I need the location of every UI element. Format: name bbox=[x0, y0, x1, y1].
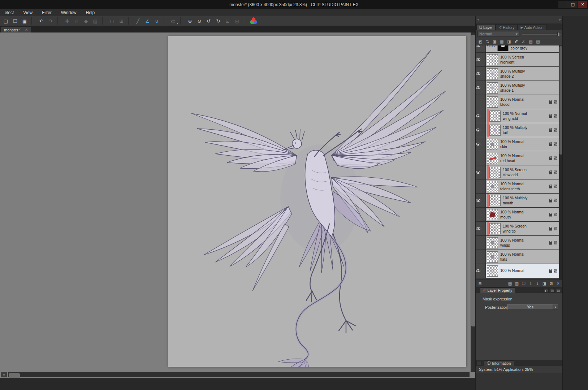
layer-visibility-toggle[interactable] bbox=[476, 165, 481, 179]
color-wheel-icon[interactable] bbox=[249, 17, 258, 25]
layer-visibility-toggle[interactable] bbox=[476, 95, 481, 109]
collapse-right-icon[interactable]: » bbox=[559, 18, 561, 22]
layer-thumbnail[interactable] bbox=[487, 96, 498, 108]
layer-visibility-toggle[interactable] bbox=[476, 208, 481, 221]
layer-row-content[interactable]: ▾ ❐ ✓ 100 % Normal talons teeth bbox=[486, 179, 559, 193]
layer-visibility-toggle[interactable] bbox=[476, 236, 481, 250]
palette-color-icon[interactable]: ◩ bbox=[477, 39, 483, 44]
layer-visibility-toggle[interactable] bbox=[476, 179, 481, 193]
new-vector-layer-icon[interactable]: ▥ bbox=[514, 281, 520, 286]
ruler-icon[interactable]: ∠ bbox=[520, 39, 527, 44]
menu-item-elect[interactable]: elect bbox=[0, 9, 18, 16]
layer-row[interactable]: ▾ ❐ ✓ 100 % Normal bbox=[476, 264, 559, 278]
layer-thumbnail[interactable] bbox=[487, 237, 498, 248]
layer-panel-menu-icon[interactable]: ⊞ bbox=[477, 281, 483, 286]
menu-item-filter[interactable]: Filter bbox=[37, 9, 56, 16]
layer-link-column[interactable] bbox=[481, 53, 486, 66]
apply-mask-icon[interactable]: ⊠ bbox=[548, 281, 554, 286]
layer-row-content[interactable]: ▾ ❐ ✓ 100 % Through color grey bbox=[486, 46, 559, 52]
close-button[interactable]: ✕ bbox=[578, 1, 587, 8]
layer-row-content[interactable]: ▾ ❐ ✓ 100 % Normal blood bbox=[486, 95, 559, 109]
layer-link-column[interactable] bbox=[481, 250, 486, 264]
layer-list-scrollbar[interactable] bbox=[559, 46, 562, 280]
zoom-out-icon[interactable]: ⊖ bbox=[195, 17, 204, 25]
new-file-icon[interactable]: □ bbox=[1, 17, 10, 25]
menu-item-view[interactable]: View bbox=[18, 9, 37, 16]
layer-row[interactable]: ▾ ❐ ✓ 100 % Normal red head bbox=[476, 151, 559, 165]
layer-row-content[interactable]: ▾ ❐ ✓ 100 % Screen highlight bbox=[486, 53, 559, 66]
layer-row[interactable]: ▾ ❐ ✓ 100 % Multiply shade 1 bbox=[476, 81, 559, 95]
posterization-select[interactable]: Yes ▾ bbox=[507, 304, 558, 310]
layer-link-column[interactable] bbox=[481, 67, 486, 81]
layer-thumbnail[interactable] bbox=[497, 46, 509, 51]
prop-effect-icon[interactable]: ◐ bbox=[544, 288, 549, 293]
layer-visibility-toggle[interactable] bbox=[476, 67, 481, 81]
menu-item-window[interactable]: Window bbox=[56, 9, 81, 16]
draft-layer-icon[interactable]: ✐ bbox=[513, 39, 519, 44]
canvas-vertical-scrollbar[interactable] bbox=[471, 32, 475, 372]
menu-item-help[interactable]: Help bbox=[81, 9, 100, 16]
layer-row-content[interactable]: ▾ ❐ ✓ 100 % Normal red head bbox=[486, 151, 559, 165]
layer-visibility-toggle[interactable] bbox=[476, 81, 481, 95]
snap-special-ruler-icon[interactable]: ∠ bbox=[143, 17, 152, 25]
layer-link-column[interactable] bbox=[481, 46, 486, 52]
layer-thumbnail[interactable] bbox=[487, 82, 498, 94]
layer-link-column[interactable] bbox=[481, 165, 486, 179]
document-tab[interactable]: monster* × bbox=[1, 27, 31, 32]
maximize-button[interactable]: □ bbox=[568, 1, 578, 8]
blend-mode-select[interactable]: Normal ▾ bbox=[477, 31, 519, 37]
snap-ruler-icon[interactable]: ╱ bbox=[134, 17, 142, 25]
layer-row[interactable]: ▾ ❐ ✓ 100 % Normal wing add bbox=[476, 109, 559, 123]
layer-thumbnail[interactable] bbox=[489, 195, 501, 206]
layer-thumbnail[interactable] bbox=[487, 181, 498, 192]
layer-row[interactable]: ▾ ❐ ✓ 100 % Normal blood bbox=[476, 95, 559, 109]
panel-menu-icon[interactable] bbox=[476, 361, 481, 366]
snap-grid-icon[interactable]: ∪ bbox=[152, 17, 161, 25]
layer-thumbnail[interactable] bbox=[487, 68, 498, 79]
layer-row-content[interactable]: ▾ ❐ ✓ 100 % Screen claw add bbox=[486, 165, 559, 179]
layer-row-content[interactable]: ▾ ❐ ✓ 100 % Normal skin bbox=[486, 137, 559, 151]
minimize-button[interactable]: – bbox=[558, 1, 568, 8]
opacity-slider-handle[interactable] bbox=[557, 32, 560, 36]
layer-link-column[interactable] bbox=[481, 208, 486, 221]
document-tab-close-icon[interactable]: × bbox=[25, 28, 28, 32]
command-bar-expand-button[interactable]: » bbox=[1, 372, 7, 377]
layer-thumbnail[interactable] bbox=[489, 223, 501, 234]
layer-row-content[interactable]: ▾ ❐ ✓ 100 % Multiply mouth bbox=[486, 194, 559, 207]
layer-link-column[interactable] bbox=[481, 95, 486, 109]
tab-layer[interactable]: ❏Layer bbox=[476, 24, 496, 30]
layer-link-column[interactable] bbox=[481, 222, 486, 235]
layer-link-column[interactable] bbox=[481, 194, 486, 207]
layer-row-content[interactable]: ▾ ❐ ✓ 100 % Normal flats bbox=[486, 250, 559, 264]
layer-row-content[interactable]: ▾ ❐ ✓ 100 % Normal mouth bbox=[486, 208, 559, 221]
layer-row-content[interactable]: ▾ ❐ ✓ 100 % Multiply shade 2 bbox=[486, 67, 559, 81]
layer-row-content[interactable]: ▾ ❐ ✓ 100 % Screen wing tip bbox=[486, 222, 559, 235]
prop-border-icon[interactable]: ▥ bbox=[550, 288, 555, 293]
rotate-left-icon[interactable]: ↺ bbox=[204, 17, 213, 25]
layer-row[interactable]: ▾ ❐ ✓ 100 % Screen highlight bbox=[476, 53, 559, 67]
layer-row[interactable]: ▾ ❐ ✓ 100 % Multiply tail bbox=[476, 123, 559, 137]
delete-layer-icon[interactable]: ✕ bbox=[555, 281, 561, 286]
panel-menu-icon[interactable]: ▤ bbox=[535, 39, 541, 44]
layer-row-content[interactable]: ▾ ❐ ✓ 100 % Normal wings bbox=[486, 236, 559, 250]
opacity-slider[interactable] bbox=[522, 31, 561, 36]
layer-thumbnail[interactable] bbox=[487, 251, 498, 263]
layer-row-content[interactable]: ▾ ❐ ✓ 100 % Normal bbox=[486, 264, 559, 278]
layer-visibility-toggle[interactable] bbox=[476, 137, 481, 151]
layer-visibility-toggle[interactable] bbox=[476, 194, 481, 207]
lock-layer-icon[interactable]: ▣ bbox=[492, 39, 498, 44]
tab-information[interactable]: ⓘ Information bbox=[484, 360, 514, 366]
layer-row[interactable]: ▾ ❐ ✓ 100 % Multiply shade 2 bbox=[476, 67, 559, 81]
selection-launcher-icon[interactable]: ▭▾ bbox=[169, 17, 178, 25]
layer-row-content[interactable]: ▾ ❐ ✓ 100 % Normal wing add bbox=[486, 109, 559, 123]
layer-visibility-toggle[interactable] bbox=[476, 123, 481, 137]
layer-row[interactable]: ▾ ❐ ✓ 100 % Normal talons teeth bbox=[476, 179, 559, 194]
layer-link-column[interactable] bbox=[481, 81, 486, 95]
chevron-down-icon[interactable]: ▾ bbox=[553, 304, 558, 309]
rotate-right-icon[interactable]: ↻ bbox=[214, 17, 222, 25]
layer-visibility-toggle[interactable] bbox=[476, 264, 481, 278]
tab-layer-property[interactable]: ✐ Layer Property bbox=[480, 287, 515, 293]
layer-link-column[interactable] bbox=[481, 123, 486, 137]
layer-row[interactable]: ▾ ❐ ✓ 100 % Normal flats bbox=[476, 250, 559, 264]
save-file-icon[interactable]: ▣ bbox=[20, 17, 29, 25]
